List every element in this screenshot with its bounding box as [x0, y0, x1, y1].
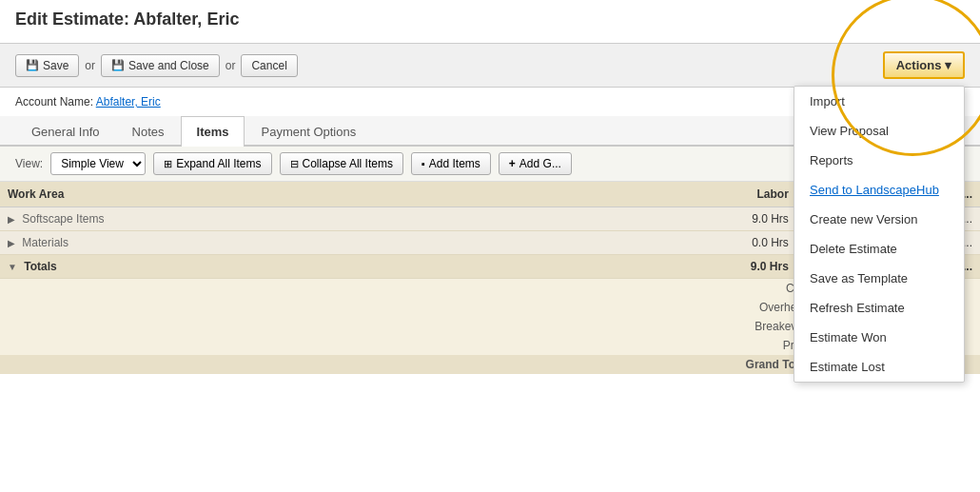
or-1: or: [85, 59, 95, 72]
toolbar: 💾 Save or 💾 Save and Close or Cancel Act…: [0, 43, 980, 88]
tab-general-info[interactable]: General Info: [15, 116, 116, 147]
view-label: View:: [15, 157, 43, 170]
menu-item-view-proposal[interactable]: View Proposal: [794, 116, 964, 146]
add-items-button[interactable]: ▪ Add Items: [411, 152, 491, 175]
tab-items[interactable]: Items: [181, 116, 245, 147]
save-button[interactable]: 💾 Save: [15, 54, 79, 77]
actions-wrapper: Actions ▾ Import View Proposal Reports S…: [883, 51, 965, 79]
add-items-icon: ▪: [421, 158, 425, 169]
softscape-labor: 9.0 Hrs: [674, 207, 796, 231]
add-group-button[interactable]: + Add G...: [499, 152, 572, 175]
totals-labor: 9.0 Hrs: [674, 255, 796, 279]
actions-dropdown: Import View Proposal Reports Send to Lan…: [794, 86, 965, 383]
menu-item-create-version[interactable]: Create new Version: [794, 205, 964, 234]
softscape-expand-arrow[interactable]: ▶: [8, 214, 15, 225]
menu-item-estimate-lost[interactable]: Estimate Lost: [794, 352, 964, 382]
menu-item-reports[interactable]: Reports: [794, 146, 964, 175]
add-group-icon: +: [509, 157, 516, 170]
menu-item-save-template[interactable]: Save as Template: [794, 264, 964, 293]
collapse-icon: ⊟: [290, 158, 299, 170]
materials-name: Materials: [22, 236, 69, 249]
tab-payment-options[interactable]: Payment Options: [245, 116, 372, 147]
save-and-close-button[interactable]: 💾 Save and Close: [101, 54, 220, 77]
materials-expand-arrow[interactable]: ▶: [8, 238, 15, 248]
page-header: Edit Estimate: Abfalter, Eric: [0, 0, 980, 43]
col-header-workarea: Work Area: [0, 182, 674, 207]
materials-labor: 0.0 Hrs: [674, 231, 796, 255]
col-header-labor: Labor: [674, 182, 796, 207]
expand-icon: ⊞: [164, 158, 172, 170]
menu-item-estimate-won[interactable]: Estimate Won: [794, 323, 964, 352]
page-container: Edit Estimate: Abfalter, Eric 💾 Save or …: [0, 0, 980, 374]
menu-item-send-landscape[interactable]: Send to LandscapeHub: [794, 175, 964, 205]
cancel-button[interactable]: Cancel: [241, 54, 297, 77]
page-title: Edit Estimate: Abfalter, Eric: [15, 10, 965, 30]
account-link[interactable]: Abfalter, Eric: [96, 95, 161, 108]
menu-item-delete-estimate[interactable]: Delete Estimate: [794, 234, 964, 264]
view-select[interactable]: Simple View: [50, 152, 146, 175]
totals-label: Totals: [24, 260, 56, 273]
save-icon: 💾: [26, 59, 39, 71]
menu-item-import[interactable]: Import: [794, 87, 964, 116]
softscape-name: Softscape Items: [22, 212, 104, 226]
save-close-icon: 💾: [111, 59, 125, 71]
collapse-items-button[interactable]: ⊟ Collapse All Items: [280, 152, 403, 175]
totals-collapse-arrow[interactable]: ▼: [8, 262, 17, 272]
expand-all-button[interactable]: ⊞ Expand All Items: [153, 152, 271, 175]
account-label: Account Name:: [15, 95, 93, 108]
tab-notes[interactable]: Notes: [116, 116, 181, 147]
or-2: or: [225, 59, 236, 72]
actions-button[interactable]: Actions ▾: [883, 51, 965, 79]
menu-item-refresh-estimate[interactable]: Refresh Estimate: [794, 293, 964, 323]
